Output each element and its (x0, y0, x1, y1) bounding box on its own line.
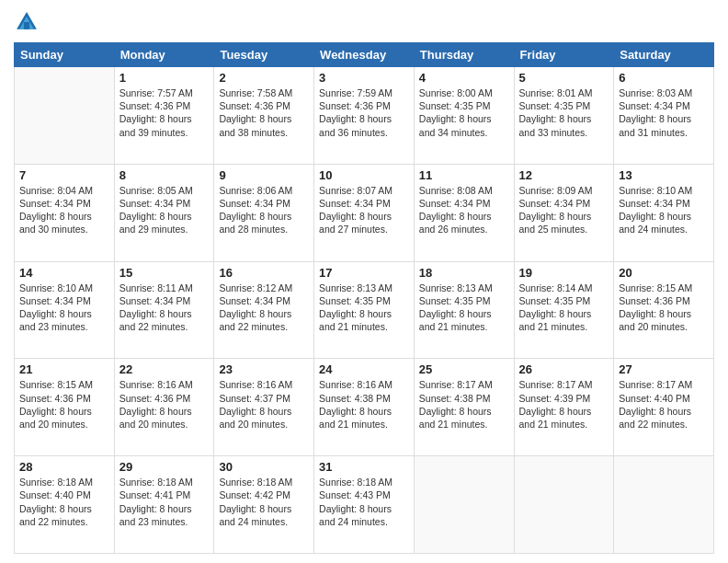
day-number: 29 (119, 460, 210, 474)
cell-line: Daylight: 8 hours (19, 307, 109, 320)
cell-line: Sunrise: 8:18 AM (219, 476, 309, 488)
cell-line: Daylight: 8 hours (319, 112, 409, 125)
calendar-table: SundayMondayTuesdayWednesdayThursdayFrid… (14, 42, 714, 554)
day-number: 27 (619, 362, 709, 376)
day-number: 31 (319, 460, 409, 474)
calendar-cell (614, 456, 714, 554)
cell-line: Sunset: 4:38 PM (319, 392, 409, 405)
cell-line: Sunrise: 7:58 AM (219, 86, 309, 99)
cell-line: Daylight: 8 hours (119, 502, 210, 515)
cell-line: Daylight: 8 hours (419, 307, 509, 320)
calendar-cell: 22Sunrise: 8:16 AMSunset: 4:36 PMDayligh… (114, 359, 214, 456)
cell-line: Daylight: 8 hours (619, 307, 709, 320)
cell-line: Daylight: 8 hours (319, 210, 409, 223)
day-number: 12 (519, 168, 609, 182)
cell-line: Sunset: 4:39 PM (519, 392, 609, 405)
cell-line: and 23 minutes. (119, 515, 210, 528)
cell-line: Sunset: 4:34 PM (19, 197, 109, 210)
day-number: 3 (319, 71, 409, 85)
cell-line: and 39 minutes. (119, 126, 210, 139)
logo (14, 9, 41, 35)
cell-line: and 26 minutes. (419, 223, 509, 236)
cell-line: Daylight: 8 hours (19, 502, 109, 515)
calendar-cell: 3Sunrise: 7:59 AMSunset: 4:36 PMDaylight… (314, 67, 415, 165)
calendar-cell: 2Sunrise: 7:58 AMSunset: 4:36 PMDaylight… (214, 67, 314, 165)
svg-rect-2 (24, 22, 29, 29)
calendar-cell: 31Sunrise: 8:18 AMSunset: 4:43 PMDayligh… (314, 456, 415, 554)
cell-line: Daylight: 8 hours (219, 112, 309, 125)
weekday-header: Tuesday (214, 43, 314, 67)
calendar-cell: 19Sunrise: 8:14 AMSunset: 4:35 PMDayligh… (514, 261, 614, 359)
cell-line: and 29 minutes. (119, 223, 210, 236)
cell-line: Daylight: 8 hours (419, 210, 509, 223)
cell-line: Daylight: 8 hours (219, 307, 309, 320)
cell-line: and 31 minutes. (619, 126, 709, 139)
cell-line: Daylight: 8 hours (319, 405, 409, 418)
calendar-cell: 29Sunrise: 8:18 AMSunset: 4:41 PMDayligh… (114, 456, 214, 554)
day-number: 4 (419, 71, 509, 85)
calendar-cell: 13Sunrise: 8:10 AMSunset: 4:34 PMDayligh… (614, 164, 714, 261)
cell-line: and 20 minutes. (219, 418, 309, 431)
calendar-cell: 10Sunrise: 8:07 AMSunset: 4:34 PMDayligh… (314, 164, 415, 261)
cell-line: Sunset: 4:36 PM (119, 99, 210, 112)
cell-line: and 21 minutes. (319, 418, 409, 431)
day-number: 18 (419, 266, 509, 280)
day-number: 2 (219, 71, 309, 85)
calendar-cell (414, 456, 514, 554)
calendar-cell: 8Sunrise: 8:05 AMSunset: 4:34 PMDaylight… (114, 164, 214, 261)
cell-line: Sunrise: 8:12 AM (219, 282, 309, 294)
day-number: 15 (119, 266, 210, 280)
calendar-cell: 26Sunrise: 8:17 AMSunset: 4:39 PMDayligh… (514, 359, 614, 456)
calendar-cell: 16Sunrise: 8:12 AMSunset: 4:34 PMDayligh… (214, 261, 314, 359)
cell-line: Sunset: 4:36 PM (319, 99, 409, 112)
cell-line: and 20 minutes. (119, 418, 210, 431)
cell-line: Sunset: 4:34 PM (219, 197, 309, 210)
cell-line: Sunset: 4:34 PM (619, 99, 709, 112)
day-number: 5 (519, 71, 609, 85)
cell-line: Sunrise: 8:07 AM (319, 184, 409, 197)
cell-line: Sunset: 4:38 PM (419, 392, 509, 405)
cell-line: Sunrise: 8:09 AM (519, 184, 609, 197)
cell-line: Daylight: 8 hours (319, 307, 409, 320)
cell-line: Sunset: 4:35 PM (319, 294, 409, 307)
cell-line: Sunrise: 7:59 AM (319, 86, 409, 99)
cell-line: Sunset: 4:36 PM (19, 392, 109, 405)
cell-line: Daylight: 8 hours (219, 210, 309, 223)
logo-icon (14, 9, 40, 35)
cell-line: Daylight: 8 hours (319, 502, 409, 515)
calendar-cell: 5Sunrise: 8:01 AMSunset: 4:35 PMDaylight… (514, 67, 614, 165)
cell-line: Sunset: 4:41 PM (119, 488, 210, 501)
cell-line: Daylight: 8 hours (619, 112, 709, 125)
cell-line: Sunrise: 8:04 AM (19, 184, 109, 197)
cell-line: Sunset: 4:34 PM (319, 197, 409, 210)
weekday-header: Saturday (614, 43, 714, 67)
cell-line: and 36 minutes. (319, 126, 409, 139)
cell-line: and 33 minutes. (519, 126, 609, 139)
cell-line: Sunrise: 8:06 AM (219, 184, 309, 197)
cell-line: Daylight: 8 hours (519, 405, 609, 418)
cell-line: Sunrise: 8:11 AM (119, 282, 210, 294)
cell-line: Sunrise: 8:15 AM (619, 282, 709, 294)
calendar-cell: 30Sunrise: 8:18 AMSunset: 4:42 PMDayligh… (214, 456, 314, 554)
day-number: 21 (19, 362, 109, 376)
day-number: 19 (519, 266, 609, 280)
cell-line: Sunset: 4:36 PM (119, 392, 210, 405)
cell-line: Sunrise: 8:13 AM (319, 282, 409, 294)
cell-line: Daylight: 8 hours (619, 210, 709, 223)
calendar-cell: 12Sunrise: 8:09 AMSunset: 4:34 PMDayligh… (514, 164, 614, 261)
calendar-cell: 9Sunrise: 8:06 AMSunset: 4:34 PMDaylight… (214, 164, 314, 261)
cell-line: Daylight: 8 hours (419, 405, 509, 418)
cell-line: Sunset: 4:35 PM (519, 294, 609, 307)
cell-line: and 21 minutes. (419, 320, 509, 333)
cell-line: Sunset: 4:35 PM (419, 99, 509, 112)
day-number: 7 (19, 168, 109, 182)
calendar-cell: 6Sunrise: 8:03 AMSunset: 4:34 PMDaylight… (614, 67, 714, 165)
cell-line: Sunrise: 8:16 AM (319, 378, 409, 391)
day-number: 14 (19, 266, 109, 280)
calendar-cell: 24Sunrise: 8:16 AMSunset: 4:38 PMDayligh… (314, 359, 415, 456)
cell-line: and 24 minutes. (319, 515, 409, 528)
day-number: 25 (419, 362, 509, 376)
cell-line: Sunrise: 8:16 AM (219, 378, 309, 391)
cell-line: Daylight: 8 hours (219, 502, 309, 515)
cell-line: and 22 minutes. (19, 515, 109, 528)
